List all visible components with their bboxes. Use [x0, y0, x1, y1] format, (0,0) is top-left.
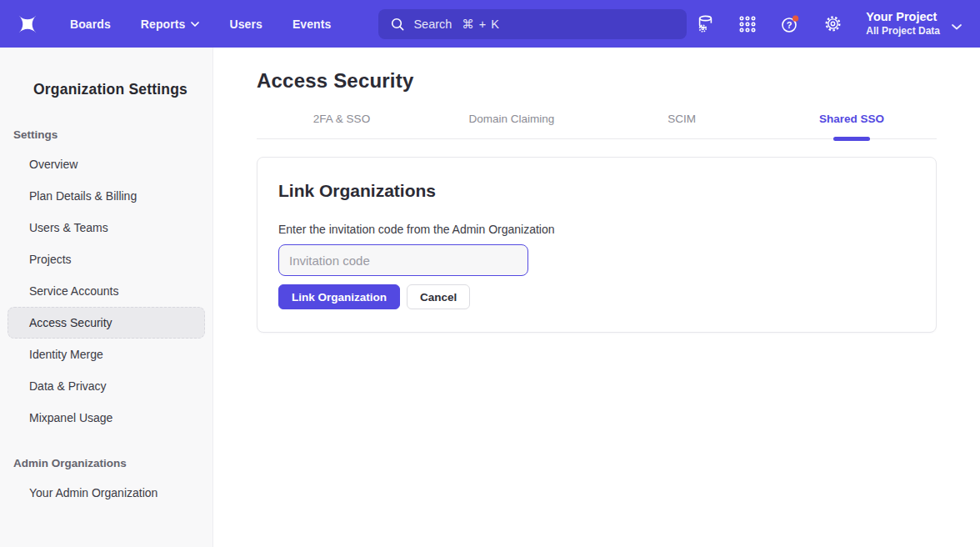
sidebar-item-your-admin-organization[interactable]: Your Admin Organization [8, 477, 205, 509]
sidebar-item-projects[interactable]: Projects [8, 243, 205, 275]
apps-grid-button[interactable] [738, 14, 758, 34]
project-name: Your Project [866, 9, 940, 25]
project-switcher[interactable]: Your Project All Project Data [866, 9, 940, 38]
tab-shared-sso[interactable]: Shared SSO [767, 113, 937, 138]
primary-nav: Boards Reports Users Events [70, 18, 331, 31]
invitation-code-label: Enter the invitation code from the Admin… [278, 223, 915, 236]
settings-gear-icon [823, 14, 842, 33]
settings-button[interactable] [822, 14, 842, 34]
card-actions: Link Organization Cancel [278, 284, 915, 309]
help-button[interactable]: ? [780, 14, 800, 34]
top-navbar: Boards Reports Users Events Search ⌘ + K [0, 0, 980, 48]
data-management-icon [696, 14, 715, 33]
search-icon [390, 17, 405, 32]
cancel-button[interactable]: Cancel [407, 284, 470, 309]
nav-item-users[interactable]: Users [229, 18, 262, 31]
sidebar-item-data-privacy[interactable]: Data & Privacy [8, 370, 205, 402]
navbar-icon-group: ? [695, 14, 842, 34]
sidebar-item-plan-details-billing[interactable]: Plan Details & Billing [8, 180, 205, 212]
sidebar-title: Organization Settings [33, 81, 212, 98]
chevron-down-icon [191, 22, 199, 27]
sidebar-section-admin-organizations: Admin Organizations [13, 457, 199, 469]
mixpanel-logo-icon [17, 13, 38, 35]
data-management-button[interactable] [695, 14, 715, 34]
nav-item-reports-label: Reports [141, 18, 186, 31]
card-title: Link Organizations [278, 181, 915, 201]
active-tab-indicator [833, 137, 870, 141]
tab-shared-sso-label: Shared SSO [819, 113, 884, 125]
nav-item-reports[interactable]: Reports [141, 18, 200, 31]
link-organizations-card: Link Organizations Enter the invitation … [257, 157, 937, 333]
nav-item-events[interactable]: Events [292, 18, 332, 31]
tab-bar: 2FA & SSO Domain Claiming SCIM Shared SS… [257, 113, 937, 139]
tab-scim[interactable]: SCIM [597, 113, 767, 138]
sidebar-item-overview[interactable]: Overview [8, 148, 205, 180]
settings-sidebar: Organization Settings Settings Overview … [0, 48, 213, 547]
chevron-down-icon[interactable] [952, 24, 962, 30]
notification-dot [792, 15, 798, 21]
help-icon: ? [780, 14, 800, 34]
apps-grid-icon [738, 15, 757, 33]
sidebar-item-mixpanel-usage[interactable]: Mixpanel Usage [8, 402, 205, 434]
page-title: Access Security [257, 69, 937, 93]
search-shortcut: ⌘ + K [462, 18, 500, 31]
main-content: Access Security 2FA & SSO Domain Claimin… [213, 48, 980, 547]
search-placeholder: Search [413, 18, 452, 31]
sidebar-item-access-security[interactable]: Access Security [8, 307, 205, 339]
invitation-code-input[interactable] [278, 244, 528, 276]
svg-text:?: ? [787, 19, 792, 29]
search-input[interactable]: Search ⌘ + K [378, 9, 687, 39]
tab-domain-claiming[interactable]: Domain Claiming [427, 113, 597, 138]
mixpanel-logo[interactable] [17, 13, 38, 35]
sidebar-item-service-accounts[interactable]: Service Accounts [8, 275, 205, 307]
sidebar-item-identity-merge[interactable]: Identity Merge [8, 339, 205, 370]
project-subtitle: All Project Data [866, 25, 940, 38]
sidebar-item-users-teams[interactable]: Users & Teams [8, 212, 205, 243]
link-organization-button[interactable]: Link Organization [278, 284, 400, 309]
sidebar-section-settings: Settings [13, 128, 199, 141]
nav-item-boards[interactable]: Boards [70, 18, 111, 31]
tab-2fa-sso[interactable]: 2FA & SSO [257, 113, 427, 138]
